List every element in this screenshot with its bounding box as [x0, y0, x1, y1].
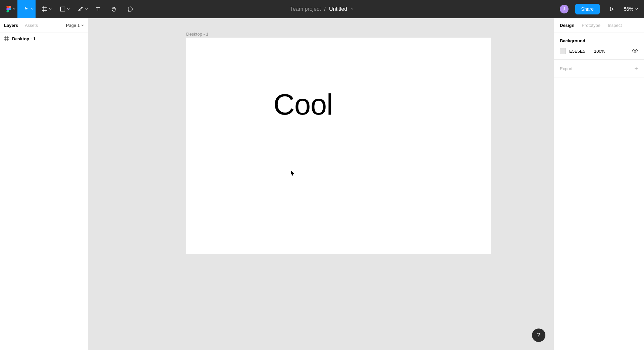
hand-tool-button[interactable] — [106, 0, 122, 18]
canvas[interactable]: Desktop - 1 Cool ? — [88, 18, 553, 350]
pen-icon — [78, 6, 84, 12]
zoom-value: 56% — [624, 6, 633, 12]
move-tool-button[interactable] — [17, 0, 36, 18]
chevron-down-icon — [635, 8, 638, 10]
add-export-button[interactable]: + — [634, 65, 638, 72]
breadcrumb-separator: / — [324, 6, 325, 12]
tab-layers[interactable]: Layers — [4, 23, 18, 28]
zoom-dropdown[interactable]: 56% — [624, 6, 638, 12]
background-fill-row: E5E5E5 100% — [560, 48, 638, 54]
help-icon: ? — [537, 332, 540, 339]
pen-tool-button[interactable] — [72, 0, 90, 18]
frame-tool-button[interactable] — [36, 0, 54, 18]
cursor-icon — [24, 6, 29, 12]
svg-point-0 — [9, 8, 11, 10]
rectangle-icon — [60, 6, 65, 12]
background-title: Background — [560, 38, 638, 43]
present-button[interactable] — [606, 7, 617, 11]
tab-assets[interactable]: Assets — [25, 23, 38, 28]
figma-logo-icon — [6, 6, 11, 12]
hand-icon — [111, 6, 117, 12]
svg-point-2 — [634, 50, 636, 51]
page-label: Page 1 — [66, 23, 80, 28]
comment-icon — [127, 6, 133, 12]
file-name: Untitled — [329, 6, 347, 12]
tab-inspect[interactable]: Inspect — [608, 23, 622, 28]
right-panel: Design Prototype Inspect Background E5E5… — [553, 18, 644, 350]
comment-tool-button[interactable] — [122, 0, 138, 18]
color-opacity-value[interactable]: 100% — [594, 49, 629, 54]
chevron-down-icon — [85, 8, 88, 10]
toolbar-left — [0, 0, 138, 18]
eye-icon — [632, 49, 638, 53]
user-avatar[interactable]: J — [560, 5, 569, 13]
cursor-icon — [290, 170, 295, 177]
page-selector[interactable]: Page 1 — [66, 23, 84, 28]
file-title-area[interactable]: Team project / Untitled — [290, 6, 354, 12]
toolbar-right: J Share 56% — [560, 0, 644, 18]
share-button[interactable]: Share — [575, 4, 600, 14]
background-section: Background E5E5E5 100% — [554, 33, 644, 60]
frame-label[interactable]: Desktop - 1 — [186, 32, 208, 37]
help-button[interactable]: ? — [532, 329, 545, 342]
left-panel: Layers Assets Page 1 Desktop - 1 — [0, 18, 88, 350]
frame-icon — [42, 6, 48, 12]
chevron-down-icon — [49, 8, 52, 10]
chevron-down-icon — [13, 8, 15, 10]
layer-row-frame[interactable]: Desktop - 1 — [0, 33, 88, 44]
text-icon — [95, 6, 101, 12]
chevron-down-icon — [31, 8, 34, 10]
text-tool-button[interactable] — [90, 0, 106, 18]
visibility-toggle[interactable] — [632, 49, 638, 54]
artboard-desktop-1[interactable]: Cool — [186, 38, 491, 254]
chevron-down-icon[interactable] — [351, 6, 354, 12]
color-swatch[interactable] — [560, 48, 566, 54]
main-area: Layers Assets Page 1 Desktop - 1 Desktop… — [0, 18, 644, 350]
color-hex-value[interactable]: E5E5E5 — [569, 49, 591, 54]
tab-prototype[interactable]: Prototype — [582, 23, 600, 28]
top-toolbar: Team project / Untitled J Share 56% — [0, 0, 644, 18]
main-menu-button[interactable] — [0, 0, 17, 18]
play-icon — [609, 7, 614, 11]
shape-tool-button[interactable] — [54, 0, 72, 18]
chevron-down-icon — [81, 24, 84, 27]
export-section: Export + — [554, 60, 644, 78]
chevron-down-icon — [67, 8, 70, 10]
tab-design[interactable]: Design — [560, 23, 574, 28]
export-label[interactable]: Export — [560, 66, 573, 71]
layer-name: Desktop - 1 — [12, 36, 36, 41]
svg-rect-1 — [61, 7, 65, 11]
canvas-text-layer[interactable]: Cool — [273, 87, 333, 122]
frame-icon — [4, 36, 9, 41]
right-panel-tabs: Design Prototype Inspect — [554, 18, 644, 33]
left-panel-tabs: Layers Assets Page 1 — [0, 18, 88, 33]
team-name: Team project — [290, 6, 321, 12]
